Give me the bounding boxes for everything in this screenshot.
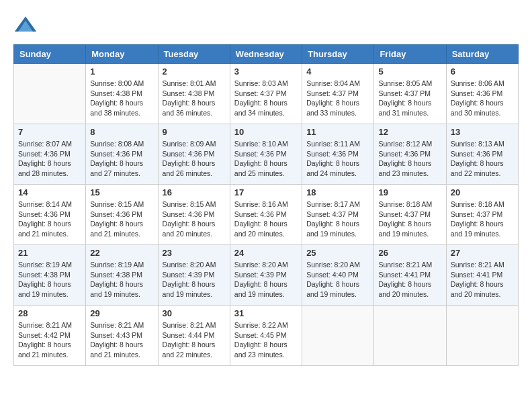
day-info: Sunrise: 8:21 AMSunset: 4:43 PMDaylight:… <box>90 320 153 360</box>
calendar-cell <box>302 306 374 366</box>
calendar-cell: 28Sunrise: 8:21 AMSunset: 4:42 PMDayligh… <box>14 306 86 366</box>
day-number: 18 <box>306 187 369 197</box>
day-info: Sunrise: 8:00 AMSunset: 4:38 PMDaylight:… <box>90 79 153 118</box>
day-number: 13 <box>451 127 514 137</box>
day-info: Sunrise: 8:06 AMSunset: 4:36 PMDaylight:… <box>451 79 514 118</box>
day-number: 5 <box>378 66 441 77</box>
day-info: Sunrise: 8:03 AMSunset: 4:37 PMDaylight:… <box>234 79 298 118</box>
day-info: Sunrise: 8:18 AMSunset: 4:37 PMDaylight:… <box>451 199 514 239</box>
col-header-saturday: Saturday <box>446 45 518 64</box>
day-info: Sunrise: 8:21 AMSunset: 4:41 PMDaylight:… <box>451 260 514 300</box>
calendar-week-row: 7Sunrise: 8:07 AMSunset: 4:36 PMDaylight… <box>14 124 519 185</box>
calendar-table: SundayMondayTuesdayWednesdayThursdayFrid… <box>13 44 519 366</box>
day-number: 6 <box>451 66 514 77</box>
calendar-cell: 9Sunrise: 8:09 AMSunset: 4:36 PMDaylight… <box>158 124 230 185</box>
day-info: Sunrise: 8:22 AMSunset: 4:45 PMDaylight:… <box>234 320 298 360</box>
day-number: 15 <box>90 187 153 197</box>
calendar-cell: 15Sunrise: 8:15 AMSunset: 4:36 PMDayligh… <box>86 185 158 245</box>
day-number: 19 <box>378 187 441 197</box>
col-header-tuesday: Tuesday <box>158 45 230 64</box>
calendar-cell: 30Sunrise: 8:21 AMSunset: 4:44 PMDayligh… <box>158 306 230 366</box>
day-info: Sunrise: 8:13 AMSunset: 4:36 PMDaylight:… <box>451 139 514 179</box>
day-number: 1 <box>90 66 153 77</box>
calendar-cell <box>374 306 446 366</box>
day-info: Sunrise: 8:21 AMSunset: 4:44 PMDaylight:… <box>163 320 226 360</box>
calendar-cell: 17Sunrise: 8:16 AMSunset: 4:36 PMDayligh… <box>230 185 302 245</box>
day-info: Sunrise: 8:08 AMSunset: 4:36 PMDaylight:… <box>90 139 153 179</box>
calendar-cell: 1Sunrise: 8:00 AMSunset: 4:38 PMDaylight… <box>86 64 158 124</box>
calendar-cell: 3Sunrise: 8:03 AMSunset: 4:37 PMDaylight… <box>230 64 302 124</box>
calendar-cell: 29Sunrise: 8:21 AMSunset: 4:43 PMDayligh… <box>86 306 158 366</box>
day-info: Sunrise: 8:12 AMSunset: 4:36 PMDaylight:… <box>378 139 441 179</box>
calendar-cell: 11Sunrise: 8:11 AMSunset: 4:36 PMDayligh… <box>302 124 374 185</box>
col-header-monday: Monday <box>86 45 158 64</box>
day-info: Sunrise: 8:01 AMSunset: 4:38 PMDaylight:… <box>163 79 226 118</box>
col-header-friday: Friday <box>374 45 446 64</box>
calendar-cell: 10Sunrise: 8:10 AMSunset: 4:36 PMDayligh… <box>230 124 302 185</box>
calendar-cell: 14Sunrise: 8:14 AMSunset: 4:36 PMDayligh… <box>14 185 86 245</box>
day-info: Sunrise: 8:18 AMSunset: 4:37 PMDaylight:… <box>378 199 441 239</box>
day-number: 31 <box>234 308 298 318</box>
day-number: 11 <box>306 127 369 137</box>
day-info: Sunrise: 8:05 AMSunset: 4:37 PMDaylight:… <box>378 79 441 118</box>
day-number: 17 <box>234 187 298 197</box>
calendar-cell: 4Sunrise: 8:04 AMSunset: 4:37 PMDaylight… <box>302 64 374 124</box>
day-info: Sunrise: 8:21 AMSunset: 4:42 PMDaylight:… <box>18 320 81 360</box>
day-number: 29 <box>90 308 153 318</box>
calendar-cell: 18Sunrise: 8:17 AMSunset: 4:37 PMDayligh… <box>302 185 374 245</box>
day-number: 27 <box>451 248 514 258</box>
day-info: Sunrise: 8:04 AMSunset: 4:37 PMDaylight:… <box>306 79 369 118</box>
calendar-cell: 23Sunrise: 8:20 AMSunset: 4:39 PMDayligh… <box>158 245 230 306</box>
calendar-cell: 2Sunrise: 8:01 AMSunset: 4:38 PMDaylight… <box>158 64 230 124</box>
day-info: Sunrise: 8:15 AMSunset: 4:36 PMDaylight:… <box>163 199 226 239</box>
logo-icon <box>13 13 38 38</box>
calendar-cell: 24Sunrise: 8:20 AMSunset: 4:39 PMDayligh… <box>230 245 302 306</box>
calendar-week-row: 1Sunrise: 8:00 AMSunset: 4:38 PMDaylight… <box>14 64 519 124</box>
day-info: Sunrise: 8:17 AMSunset: 4:37 PMDaylight:… <box>306 199 369 239</box>
day-number: 14 <box>18 187 81 197</box>
day-number: 21 <box>18 248 81 258</box>
day-number: 10 <box>234 127 298 137</box>
day-info: Sunrise: 8:15 AMSunset: 4:36 PMDaylight:… <box>90 199 153 239</box>
calendar-cell: 12Sunrise: 8:12 AMSunset: 4:36 PMDayligh… <box>374 124 446 185</box>
calendar-cell: 31Sunrise: 8:22 AMSunset: 4:45 PMDayligh… <box>230 306 302 366</box>
day-info: Sunrise: 8:09 AMSunset: 4:36 PMDaylight:… <box>163 139 226 179</box>
day-info: Sunrise: 8:11 AMSunset: 4:36 PMDaylight:… <box>306 139 369 179</box>
day-info: Sunrise: 8:21 AMSunset: 4:41 PMDaylight:… <box>378 260 441 300</box>
day-number: 25 <box>306 248 369 258</box>
day-number: 8 <box>90 127 153 137</box>
day-number: 23 <box>163 248 226 258</box>
day-info: Sunrise: 8:20 AMSunset: 4:39 PMDaylight:… <box>163 260 226 300</box>
day-number: 22 <box>90 248 153 258</box>
day-info: Sunrise: 8:19 AMSunset: 4:38 PMDaylight:… <box>18 260 81 300</box>
calendar-cell: 27Sunrise: 8:21 AMSunset: 4:41 PMDayligh… <box>446 245 518 306</box>
calendar-week-row: 28Sunrise: 8:21 AMSunset: 4:42 PMDayligh… <box>14 306 519 366</box>
day-number: 26 <box>378 248 441 258</box>
calendar-header-row: SundayMondayTuesdayWednesdayThursdayFrid… <box>14 45 519 64</box>
day-number: 2 <box>163 66 226 77</box>
day-number: 7 <box>18 127 81 137</box>
calendar-cell: 21Sunrise: 8:19 AMSunset: 4:38 PMDayligh… <box>14 245 86 306</box>
calendar-cell: 20Sunrise: 8:18 AMSunset: 4:37 PMDayligh… <box>446 185 518 245</box>
calendar-cell <box>446 306 518 366</box>
day-number: 9 <box>163 127 226 137</box>
day-number: 4 <box>306 66 369 77</box>
day-info: Sunrise: 8:20 AMSunset: 4:39 PMDaylight:… <box>234 260 298 300</box>
calendar-cell: 26Sunrise: 8:21 AMSunset: 4:41 PMDayligh… <box>374 245 446 306</box>
day-number: 16 <box>163 187 226 197</box>
day-info: Sunrise: 8:10 AMSunset: 4:36 PMDaylight:… <box>234 139 298 179</box>
calendar-cell: 16Sunrise: 8:15 AMSunset: 4:36 PMDayligh… <box>158 185 230 245</box>
calendar-cell: 19Sunrise: 8:18 AMSunset: 4:37 PMDayligh… <box>374 185 446 245</box>
day-info: Sunrise: 8:19 AMSunset: 4:38 PMDaylight:… <box>90 260 153 300</box>
col-header-thursday: Thursday <box>302 45 374 64</box>
calendar-cell: 7Sunrise: 8:07 AMSunset: 4:36 PMDaylight… <box>14 124 86 185</box>
page-header <box>13 13 519 38</box>
logo <box>13 13 42 38</box>
calendar-week-row: 21Sunrise: 8:19 AMSunset: 4:38 PMDayligh… <box>14 245 519 306</box>
calendar-cell: 22Sunrise: 8:19 AMSunset: 4:38 PMDayligh… <box>86 245 158 306</box>
col-header-wednesday: Wednesday <box>230 45 302 64</box>
col-header-sunday: Sunday <box>14 45 86 64</box>
calendar-cell: 5Sunrise: 8:05 AMSunset: 4:37 PMDaylight… <box>374 64 446 124</box>
calendar-cell: 25Sunrise: 8:20 AMSunset: 4:40 PMDayligh… <box>302 245 374 306</box>
day-number: 20 <box>451 187 514 197</box>
